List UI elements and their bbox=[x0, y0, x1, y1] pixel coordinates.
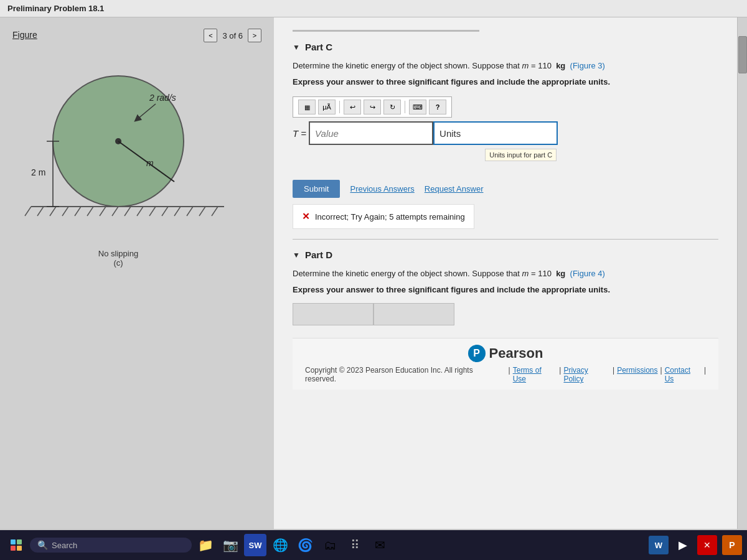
figure3-link[interactable]: (Figure 3) bbox=[570, 61, 605, 70]
svg-text:m: m bbox=[146, 158, 154, 168]
part-d-problem-text1: Determine the kinetic energy of the obje… bbox=[293, 268, 718, 280]
part-c-problem-text1: Determine the kinetic energy of the obje… bbox=[293, 60, 718, 72]
units-box[interactable]: Units Units input for part C bbox=[433, 121, 558, 145]
refresh-icon: ↻ bbox=[390, 103, 395, 111]
matrix-btn[interactable]: ▦ bbox=[298, 100, 316, 114]
feedback-text: Incorrect; Try Again; 5 attempts remaini… bbox=[315, 212, 465, 222]
taskbar-file-icon[interactable]: 📁 bbox=[194, 534, 217, 556]
x-icon: ✕ bbox=[302, 211, 310, 222]
part-d-answer-row bbox=[293, 303, 718, 325]
part-d-section: ▼ Part D Determine the kinetic energy of… bbox=[293, 250, 718, 325]
pearson-text: Pearson bbox=[489, 345, 543, 362]
figure-c-label: (c) bbox=[113, 258, 123, 268]
toolbar-sep2 bbox=[405, 101, 405, 113]
contact-us-link[interactable]: Contact Us bbox=[665, 366, 702, 383]
page-title: Preliminary Problem 18.1 bbox=[7, 4, 104, 13]
keyboard-icon: ⌨ bbox=[413, 103, 423, 111]
no-slipping-label: No slipping bbox=[98, 249, 138, 258]
footer-links: Copyright © 2023 Pearson Education Inc. … bbox=[305, 366, 706, 383]
scrollbar-thumb[interactable] bbox=[738, 36, 747, 73]
mu-a-btn[interactable]: μÃ bbox=[318, 100, 336, 114]
right-panel: ▼ Part C Determine the kinetic energy of… bbox=[274, 17, 747, 529]
input-toolbar: ▦ μÃ ↩ ↪ ↻ bbox=[293, 96, 452, 118]
taskbar-pearson-btn[interactable]: P bbox=[722, 535, 742, 555]
svg-line-4 bbox=[62, 207, 68, 216]
taskbar-word-icon[interactable]: W bbox=[649, 536, 669, 554]
search-bar[interactable]: 🔍 Search bbox=[30, 538, 192, 553]
main-content: Figure < 3 of 6 > bbox=[0, 17, 747, 529]
previous-answers-btn[interactable]: Previous Answers bbox=[350, 184, 414, 194]
svg-line-11 bbox=[149, 207, 156, 216]
figure-prev-btn[interactable]: < bbox=[204, 29, 217, 42]
svg-line-2 bbox=[37, 207, 44, 216]
svg-line-8 bbox=[112, 207, 118, 216]
undo-btn[interactable]: ↩ bbox=[344, 100, 361, 114]
svg-line-3 bbox=[50, 207, 56, 216]
taskbar-browser-icon[interactable]: 🌀 bbox=[294, 534, 316, 556]
taskbar-right: W ▶ ✕ P bbox=[649, 535, 742, 555]
svg-line-10 bbox=[137, 207, 143, 216]
windows-logo-icon bbox=[11, 539, 22, 551]
toolbar-sep1 bbox=[339, 101, 340, 113]
keyboard-btn[interactable]: ⌨ bbox=[409, 100, 426, 114]
part-d-title: Part D bbox=[305, 250, 332, 260]
scrollbar[interactable] bbox=[737, 17, 747, 529]
svg-text:2 m: 2 m bbox=[31, 167, 45, 177]
help-btn[interactable]: ? bbox=[429, 100, 446, 114]
svg-line-12 bbox=[162, 207, 168, 216]
svg-line-6 bbox=[87, 207, 93, 216]
left-panel: Figure < 3 of 6 > bbox=[0, 17, 274, 529]
part-d-arrow-icon: ▼ bbox=[293, 251, 300, 259]
search-icon: 🔍 bbox=[37, 540, 48, 550]
part-c-header: ▼ Part C bbox=[293, 42, 718, 52]
svg-line-16 bbox=[212, 207, 218, 216]
part-c-problem-text2: Express your answer to three significant… bbox=[293, 76, 718, 88]
svg-line-13 bbox=[174, 207, 181, 216]
mu-a-icon: μÃ bbox=[322, 103, 331, 111]
start-button[interactable] bbox=[5, 534, 27, 556]
title-bar: Preliminary Problem 18.1 bbox=[0, 0, 747, 17]
taskbar-folder-icon[interactable]: 🗂 bbox=[319, 534, 341, 556]
taskbar-camera-icon[interactable]: 📷 bbox=[219, 534, 242, 556]
taskbar-mail-icon[interactable]: ✉ bbox=[369, 534, 391, 556]
taskbar: 🔍 Search 📁 📷 SW 🌐 🌀 🗂 ⠿ ✉ W ▶ ✕ P bbox=[0, 530, 747, 560]
taskbar-play-icon[interactable]: ▶ bbox=[674, 536, 692, 554]
search-placeholder: Search bbox=[52, 541, 77, 550]
figure-nav: < 3 of 6 > bbox=[204, 29, 261, 42]
figure-caption: No slipping (c) bbox=[12, 249, 224, 268]
pearson-p-icon: P bbox=[468, 345, 486, 362]
units-tooltip: Units input for part C bbox=[485, 149, 557, 161]
answer-row: T = Units Units input for part C bbox=[293, 121, 718, 145]
request-answer-btn[interactable]: Request Answer bbox=[425, 184, 484, 194]
footer: P Pearson Copyright © 2023 Pearson Educa… bbox=[293, 338, 718, 390]
submit-btn[interactable]: Submit bbox=[293, 180, 340, 198]
permissions-link[interactable]: Permissions bbox=[617, 366, 657, 383]
svg-line-14 bbox=[187, 207, 193, 216]
figure-label[interactable]: Figure bbox=[12, 30, 37, 40]
taskbar-close-btn[interactable]: ✕ bbox=[697, 535, 717, 555]
bottom-spacer bbox=[293, 325, 718, 338]
taskbar-apps-icon[interactable]: ⠿ bbox=[344, 534, 366, 556]
part-d-input-blurred bbox=[293, 303, 374, 325]
undo-icon: ↩ bbox=[350, 103, 355, 111]
taskbar-globe-icon[interactable]: 🌐 bbox=[269, 534, 291, 556]
privacy-policy-link[interactable]: Privacy Policy bbox=[563, 366, 610, 383]
units-label: Units bbox=[439, 128, 461, 139]
redo-btn[interactable]: ↪ bbox=[364, 100, 381, 114]
part-c-title: Part C bbox=[305, 42, 332, 52]
figure-next-btn[interactable]: > bbox=[248, 29, 261, 42]
scrollbar-area: ▼ Part C Determine the kinetic energy of… bbox=[274, 17, 747, 529]
incorrect-msg: ✕ Incorrect; Try Again; 5 attempts remai… bbox=[293, 204, 474, 229]
svg-text:2 rad/s: 2 rad/s bbox=[149, 93, 176, 103]
terms-of-use-link[interactable]: Terms of Use bbox=[513, 366, 557, 383]
part-c-arrow-icon: ▼ bbox=[293, 43, 300, 52]
figure4-link[interactable]: (Figure 4) bbox=[570, 269, 605, 278]
taskbar-sw-icon[interactable]: SW bbox=[244, 534, 266, 556]
refresh-btn[interactable]: ↻ bbox=[383, 100, 401, 114]
value-input[interactable] bbox=[309, 121, 433, 145]
circle-figure: 2 rad/s m 2 m bbox=[12, 70, 224, 244]
svg-line-7 bbox=[100, 207, 106, 216]
t-equals-label: T = bbox=[293, 128, 306, 139]
top-divider bbox=[293, 30, 479, 32]
content-area: ▼ Part C Determine the kinetic energy of… bbox=[274, 17, 737, 529]
